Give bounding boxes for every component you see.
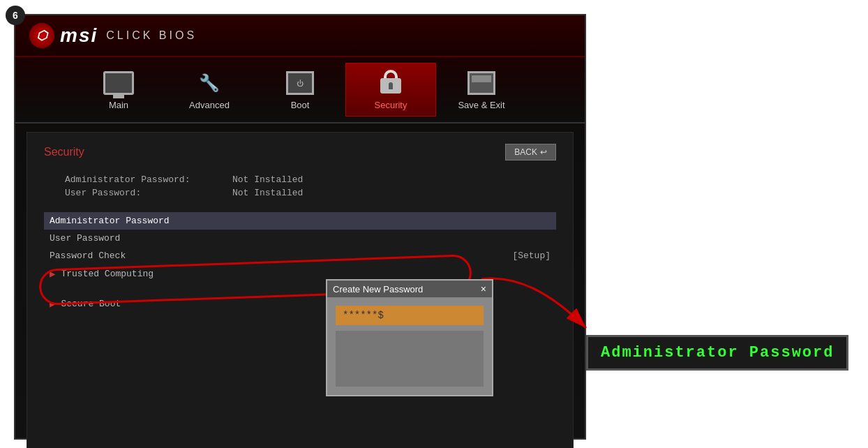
modal-empty-area bbox=[336, 331, 484, 387]
modal-body: ******$ bbox=[327, 297, 492, 395]
modal-close-button[interactable]: × bbox=[481, 283, 486, 294]
modal-title-bar: Create New Password × bbox=[327, 281, 492, 297]
modal-title: Create New Password bbox=[333, 284, 423, 294]
new-password-field[interactable]: ******$ bbox=[336, 306, 484, 325]
step-badge: 6 bbox=[6, 6, 25, 25]
modal-overlay: Create New Password × ******$ bbox=[0, 0, 868, 448]
create-password-dialog: Create New Password × ******$ bbox=[326, 279, 493, 396]
